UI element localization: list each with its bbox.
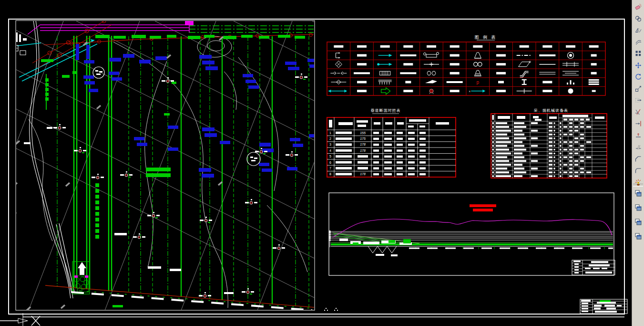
break-icon[interactable] <box>634 142 643 152</box>
offset-icon[interactable] <box>634 37 643 47</box>
trim-icon[interactable] <box>634 107 643 117</box>
legend-symbol-blk <box>450 45 460 48</box>
legend-symbol-dblTick <box>562 62 579 67</box>
ucs-x-axis-label <box>31 316 40 326</box>
legend-symbol-blk <box>427 45 436 48</box>
legend-symbol-hexLink <box>424 53 439 58</box>
window-tool-4-icon[interactable] <box>634 231 643 241</box>
legend-symbol-greenArrow <box>381 88 390 95</box>
array-icon[interactable] <box>634 49 643 58</box>
legend-symbol-blk <box>542 90 552 92</box>
legend-symbol-redBlob <box>429 89 433 94</box>
model-space-canvas[interactable]: px 图 例 表 11552175317841785678178 巷道断面对照表… <box>0 0 644 326</box>
erase-icon[interactable] <box>634 2 643 11</box>
legend-symbol-cyanDblArrow <box>328 90 347 93</box>
legend-symbol-cyanArrowX: x <box>469 90 486 93</box>
legend-symbol-dotFill <box>568 88 573 94</box>
legend-symbol-stripRect <box>380 71 390 75</box>
fillet-icon[interactable] <box>634 166 643 175</box>
window-tool-1-icon[interactable] <box>634 189 643 198</box>
legend-symbol-blk <box>403 45 413 48</box>
svg-text:4: 4 <box>329 149 331 152</box>
legend-symbol-blkS <box>405 81 411 84</box>
svg-text:6: 6 <box>329 161 331 164</box>
legend-symbol-rings <box>568 53 574 59</box>
legend-symbol-blkL <box>400 72 416 74</box>
surface-structures <box>10 32 27 55</box>
svg-text:p: p <box>477 80 480 85</box>
svg-text:8: 8 <box>329 172 331 176</box>
equipment-table-title: 采、掘机械设备表 <box>533 108 568 113</box>
legend-symbol-comb <box>378 80 392 84</box>
legend-symbol-blk <box>357 45 367 48</box>
toolbar-separator <box>633 184 643 187</box>
legend-symbol-cyanArrowDot <box>377 63 392 66</box>
legend-symbol-blk <box>357 90 367 92</box>
legend-symbol-blk <box>496 72 506 74</box>
legend-symbol-bellHatch <box>474 70 481 76</box>
legend-symbol-crossTick <box>424 63 439 66</box>
copy-icon[interactable] <box>634 14 643 23</box>
svg-text:178: 178 <box>360 143 366 146</box>
panel-lines <box>46 26 314 307</box>
legend-symbol-blk <box>403 63 413 65</box>
window-tool-3-icon[interactable] <box>634 217 643 227</box>
legend-symbol-blk <box>334 45 343 48</box>
legend-symbol-diamondLine <box>331 80 346 84</box>
svg-text:155: 155 <box>360 131 366 135</box>
roadway-section-table: 11552175317841785678178 <box>327 114 456 177</box>
legend-symbol-blkL <box>447 81 463 83</box>
legend-symbol-bell <box>474 53 481 58</box>
strata-profile-panel <box>324 193 614 311</box>
legend-symbol-blk <box>380 45 390 48</box>
svg-text:1: 1 <box>329 131 331 135</box>
ucs-icon <box>0 313 40 326</box>
railway-lines <box>28 21 194 34</box>
rotate-icon[interactable] <box>634 72 643 82</box>
roadway-section-table-title: 巷道断面对照表 <box>371 108 401 113</box>
legend-symbol-blk <box>589 45 599 48</box>
boundary-lines <box>45 285 315 308</box>
legend-symbol-bars3 <box>589 79 599 85</box>
legend-symbol-blk <box>450 72 460 74</box>
legend-symbol-blk <box>566 45 575 48</box>
stretch-icon[interactable] <box>634 95 643 105</box>
legend-symbol-redP: p <box>477 80 480 85</box>
legend-title: 图 例 表 <box>474 35 497 40</box>
svg-text:178: 178 <box>360 172 366 176</box>
legend-symbol-blkL <box>400 54 416 56</box>
window-tool-2-icon[interactable] <box>634 203 643 212</box>
legend-table: px <box>327 40 605 95</box>
legend-symbol-zbar <box>520 71 529 77</box>
svg-text:7: 7 <box>329 167 331 170</box>
legend-symbol-blk <box>357 81 367 84</box>
legend-symbol-blk <box>496 54 506 57</box>
cad-workspace: px 图 例 表 11552175317841785678178 巷道断面对照表… <box>0 0 644 326</box>
svg-text:2: 2 <box>329 137 331 140</box>
legend-symbol-blk <box>357 54 367 57</box>
scale-icon[interactable] <box>634 84 643 94</box>
legend-symbol-blkS <box>591 54 597 57</box>
chamfer-icon[interactable] <box>634 154 643 164</box>
svg-text:178: 178 <box>360 149 366 152</box>
move-icon[interactable] <box>634 61 643 70</box>
modify-toolbar <box>632 0 644 326</box>
extend-icon[interactable] <box>634 119 643 128</box>
legend-symbol-dash <box>592 90 596 92</box>
legend-symbol-blk <box>473 45 482 48</box>
legend-symbol-blk <box>542 81 552 84</box>
legend-symbol-blkS <box>591 72 597 74</box>
legend-symbol-blk <box>357 63 367 65</box>
red-incline-lines <box>32 19 314 68</box>
title-blocks <box>572 260 627 314</box>
legend-symbol-diamondDash <box>330 72 347 74</box>
break-at-point-icon[interactable] <box>634 131 643 140</box>
legend-symbol-blkL <box>539 54 555 56</box>
legend-symbol-blk <box>542 45 552 48</box>
legend-symbol-blk <box>450 54 460 57</box>
legend-symbol-ibeam <box>522 79 527 85</box>
legend-symbol-blk <box>496 45 506 48</box>
mirror-icon[interactable] <box>634 25 643 35</box>
equipment-table <box>491 114 607 178</box>
drill-holes <box>53 74 307 297</box>
